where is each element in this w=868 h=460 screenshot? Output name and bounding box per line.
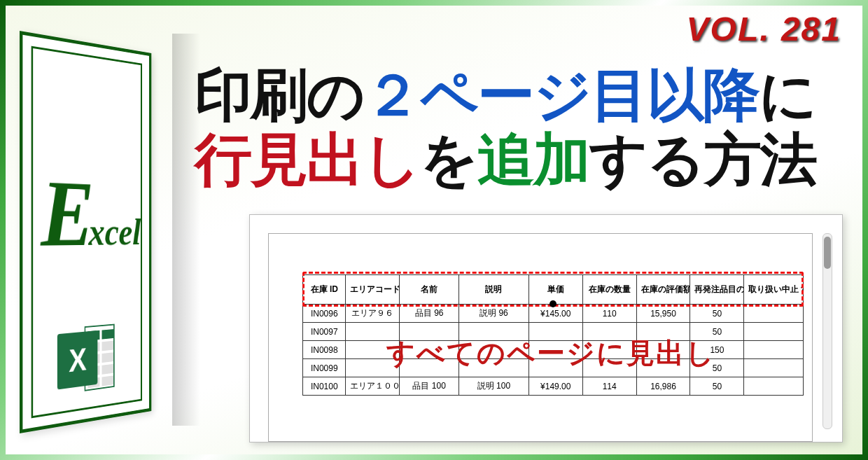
excel-x-badge-icon: X — [57, 330, 98, 390]
cell: IN0096 — [303, 305, 346, 323]
excel-wordmark-e: E — [41, 160, 94, 266]
cell — [744, 323, 804, 341]
cell: エリア１００ — [346, 377, 400, 396]
cell — [744, 359, 804, 377]
cell: 15,950 — [636, 305, 690, 323]
scroll-thumb[interactable] — [824, 237, 831, 269]
col-header: 説明 — [458, 275, 528, 305]
title-line-1: 印刷の２ページ目以降に — [195, 63, 843, 127]
cell — [744, 341, 804, 359]
title-seg-1: 印刷の — [195, 63, 364, 127]
title-seg-4: 行見出し — [195, 127, 420, 191]
table-row: IN0100 エリア１００ 品目 100 説明 100 ¥149.00 114 … — [303, 377, 804, 396]
cell — [744, 305, 804, 323]
title-seg-7: する方法 — [589, 127, 816, 191]
cell: ¥145.00 — [528, 305, 582, 323]
excel-app-icon: X — [57, 323, 118, 396]
cell: IN0099 — [303, 359, 346, 377]
title-block: 印刷の２ページ目以降に 行見出しを追加する方法 — [195, 63, 843, 192]
excel-x-letter: X — [69, 340, 87, 379]
title-seg-2: ２ページ目以降 — [364, 63, 759, 127]
cell: 114 — [582, 377, 636, 396]
volume-label: VOL. 281 — [687, 10, 841, 48]
cell: 50 — [690, 377, 744, 396]
cell: 説明 100 — [458, 377, 528, 396]
col-header: 名前 — [400, 275, 459, 305]
col-header: エリアコード — [346, 275, 400, 305]
cell: IN0098 — [303, 341, 346, 359]
title-seg-5: を — [420, 127, 477, 191]
col-header: 単価 — [528, 275, 582, 305]
door-panel: Excel X — [20, 31, 151, 433]
table-row: IN0096 エリア９６ 品目 96 説明 96 ¥145.00 110 15,… — [303, 305, 804, 323]
cell: 110 — [582, 305, 636, 323]
print-preview-card: 在庫 ID エリアコード 名前 説明 単価 在庫の数量 在庫の評価額 再発注品目… — [249, 214, 843, 442]
cell: IN0100 — [303, 377, 346, 396]
excel-wordmark-xcel: xcel — [88, 210, 141, 253]
col-header: 在庫 ID — [303, 275, 346, 305]
cell: 品目 100 — [400, 377, 459, 396]
cell: エリア９６ — [346, 305, 400, 323]
cell: 16,986 — [636, 377, 690, 396]
col-header: 取り扱い中止？ — [744, 275, 804, 305]
cell: IN0097 — [303, 323, 346, 341]
cell: 品目 96 — [400, 305, 459, 323]
thumbnail-frame: VOL. 281 印刷の２ページ目以降に 行見出しを追加する方法 — [0, 0, 868, 460]
cell: 50 — [690, 305, 744, 323]
overlay-caption: すべてのページに見出し — [386, 334, 715, 372]
title-line-2: 行見出しを追加する方法 — [195, 127, 843, 192]
col-header: 再発注品目の数量 — [690, 275, 744, 305]
col-header: 在庫の数量 — [582, 275, 636, 305]
excel-wordmark: Excel — [41, 165, 141, 261]
table-header-row: 在庫 ID エリアコード 名前 説明 単価 在庫の数量 在庫の評価額 再発注品目… — [303, 275, 804, 305]
print-preview-page: 在庫 ID エリアコード 名前 説明 単価 在庫の数量 在庫の評価額 再発注品目… — [268, 233, 813, 442]
cell: ¥149.00 — [528, 377, 582, 396]
cell — [744, 377, 804, 396]
cell: 説明 96 — [458, 305, 528, 323]
title-seg-3: に — [759, 63, 816, 127]
thumbnail-canvas: VOL. 281 印刷の２ページ目以降に 行見出しを追加する方法 — [6, 6, 862, 454]
preview-scrollbar[interactable] — [822, 233, 832, 429]
col-header: 在庫の評価額 — [636, 275, 690, 305]
title-seg-6: 追加 — [477, 127, 589, 191]
